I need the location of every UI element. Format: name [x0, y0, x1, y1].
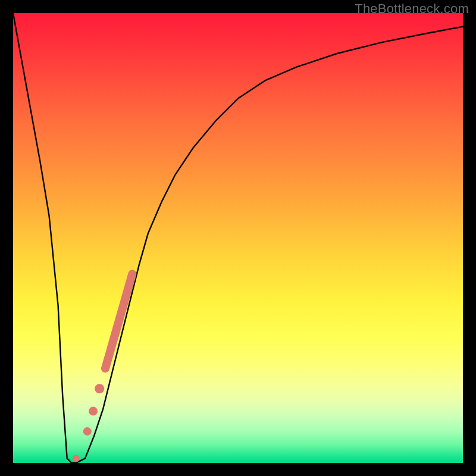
highlight-segment [105, 274, 132, 368]
highlight-point [89, 407, 98, 416]
chart-stage: TheBottleneck.com [0, 0, 476, 476]
plot-area [13, 13, 463, 463]
watermark-text: TheBottleneck.com [355, 1, 469, 17]
highlight-point [83, 427, 92, 436]
curve-layer [13, 13, 463, 463]
highlight-point [73, 455, 80, 462]
highlight-point [95, 384, 104, 393]
bottleneck-curve [13, 13, 463, 463]
